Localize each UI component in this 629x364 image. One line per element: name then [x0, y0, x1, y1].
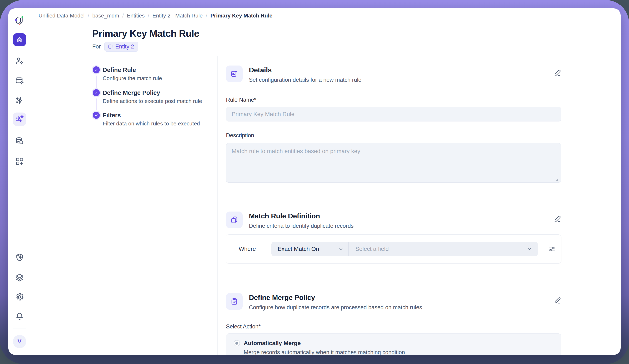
grid-plus-icon	[15, 157, 24, 166]
step-define-rule[interactable]: Define Rule Configure the match rule	[93, 66, 162, 82]
sidebar-item-match-rules-active[interactable]	[13, 112, 26, 126]
breadcrumb-separator: /	[88, 12, 89, 19]
user-avatar[interactable]: V	[13, 335, 26, 348]
option-label: Automatically Merge	[244, 340, 301, 347]
description-textarea[interactable]	[226, 143, 561, 183]
details-section-title: Details	[249, 66, 361, 74]
where-label: Where	[239, 246, 271, 252]
breadcrumb-separator: /	[122, 12, 124, 19]
form-sparkle-icon	[15, 76, 24, 85]
avatar-initial: V	[17, 338, 21, 345]
resize-handle-icon[interactable]	[555, 178, 558, 181]
edit-pen-icon	[553, 296, 561, 304]
step-description: Define actions to execute post match rul…	[103, 98, 202, 104]
copy-pages-icon	[230, 216, 238, 224]
match-condition-row: Where Exact Match On Select a field	[226, 234, 561, 264]
step-define-merge-policy[interactable]: Define Merge Policy Define actions to ex…	[93, 89, 202, 104]
check-icon	[94, 91, 98, 95]
gear-icon	[15, 292, 24, 301]
sidebar-item-home[interactable]	[13, 33, 26, 46]
rule-name-field-wrap	[226, 107, 561, 121]
bell-icon	[15, 312, 24, 321]
step-complete-icon	[93, 89, 100, 96]
operator-value: Exact Match On	[278, 246, 319, 252]
field-select-placeholder: Select a field	[355, 246, 389, 252]
home-icon	[16, 36, 23, 43]
database-search-icon	[15, 136, 24, 146]
merge-policy-edit-button[interactable]	[553, 296, 561, 304]
entity-icon	[108, 44, 113, 49]
sidebar-item-layers[interactable]	[15, 273, 24, 282]
sidebar: V	[8, 8, 31, 355]
check-icon	[94, 68, 98, 72]
radio-dot	[235, 342, 238, 345]
steps-panel: Define Rule Configure the match rule Def…	[92, 56, 218, 355]
merge-policy-section-header: Define Merge Policy Configure how duplic…	[226, 293, 561, 311]
field-select[interactable]: Select a field	[349, 242, 538, 256]
content-grid: Define Rule Configure the match rule Def…	[92, 56, 561, 355]
page-header: Primary Key Match Rule For Entity 2	[31, 23, 621, 56]
option-automatically-merge[interactable]: Automatically Merge	[234, 340, 561, 347]
logo-mark	[13, 15, 26, 27]
rule-name-label: Rule Name*	[226, 97, 561, 103]
sliders-icon	[548, 245, 556, 253]
description-field-wrap	[226, 143, 561, 183]
merge-policy-section-icon-badge	[226, 293, 243, 310]
breadcrumb-item[interactable]: Unified Data Model	[38, 12, 85, 19]
step-title: Define Rule	[103, 66, 162, 74]
entity-chip[interactable]: Entity 2	[104, 42, 138, 52]
details-section-subtitle: Set configuration details for a new matc…	[249, 77, 361, 83]
breadcrumb-item[interactable]: Entities	[127, 12, 145, 19]
sidebar-item-governance[interactable]	[15, 253, 24, 262]
edit-pen-icon	[553, 215, 561, 223]
chevron-down-icon	[526, 246, 532, 252]
option-description: Merge records automatically when it matc…	[244, 349, 561, 355]
for-label: For	[92, 43, 101, 50]
match-rule-section-header: Match Rule Definition Define criteria to…	[226, 211, 561, 229]
clipboard-check-icon	[230, 297, 238, 306]
entity-chip-label: Entity 2	[115, 43, 134, 50]
step-filters[interactable]: Filters Filter data on which rules to be…	[93, 112, 200, 127]
check-icon	[94, 113, 98, 117]
page-title: Primary Key Match Rule	[92, 28, 199, 39]
app-logo	[13, 15, 26, 27]
breadcrumb-item[interactable]: base_mdm	[92, 12, 119, 19]
sidebar-item-apps[interactable]	[15, 157, 24, 166]
rule-name-input[interactable]	[226, 107, 561, 121]
sidebar-item-data-explorer[interactable]	[15, 136, 24, 146]
match-rule-section-subtitle: Define criteria to identify duplicate re…	[249, 223, 354, 229]
app-window: V Unified Data Model / base_mdm / Entiti…	[8, 8, 621, 355]
sidebar-item-notifications[interactable]	[15, 312, 24, 321]
step-description: Configure the match rule	[103, 75, 162, 82]
advanced-match-settings-button[interactable]	[548, 245, 556, 253]
user-sparkle-icon	[15, 56, 24, 66]
operator-select[interactable]: Exact Match On	[271, 242, 349, 256]
details-edit-button[interactable]	[553, 69, 561, 77]
main-area: Unified Data Model / base_mdm / Entities…	[31, 8, 621, 355]
sidebar-item-users[interactable]	[15, 56, 24, 66]
step-title: Filters	[103, 112, 200, 119]
step-complete-icon	[93, 112, 100, 119]
details-section-header: Details Set configuration details for a …	[226, 66, 561, 83]
select-action-label: Select Action*	[226, 323, 561, 330]
edit-pen-icon	[553, 69, 561, 77]
merge-action-options: Automatically Merge Merge records automa…	[226, 333, 561, 355]
merge-policy-section-subtitle: Configure how duplicate records are proc…	[249, 304, 422, 311]
details-divider	[226, 89, 561, 89]
id-card-icon	[230, 70, 238, 78]
step-complete-icon	[93, 66, 100, 74]
sidebar-item-forms[interactable]	[15, 76, 24, 86]
sidebar-item-settings[interactable]	[15, 292, 24, 302]
breadcrumb: Unified Data Model / base_mdm / Entities…	[31, 8, 621, 23]
match-rule-section-title: Match Rule Definition	[249, 212, 354, 220]
bolt-sparkle-icon	[15, 96, 24, 105]
merge-policy-divider	[226, 316, 561, 316]
sidebar-item-automation[interactable]	[15, 96, 24, 105]
step-title: Define Merge Policy	[103, 89, 202, 96]
description-label: Description	[226, 132, 561, 139]
details-section-icon-badge	[226, 66, 243, 82]
match-rule-edit-button[interactable]	[553, 215, 561, 223]
breadcrumb-item[interactable]: Entity 2 - Match Rule	[153, 12, 203, 19]
sidebar-divider	[13, 50, 26, 50]
radio-selected[interactable]	[234, 340, 240, 346]
